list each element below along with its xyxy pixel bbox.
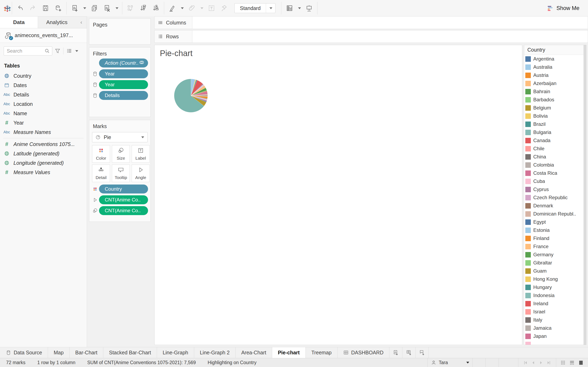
- search-box[interactable]: [4, 47, 52, 55]
- redo-button[interactable]: [28, 4, 37, 13]
- field-row[interactable]: Latitude (generated): [0, 149, 87, 158]
- field-row[interactable]: #Measure Values: [0, 167, 87, 177]
- collapse-pane-icon[interactable]: ‹: [76, 17, 87, 28]
- highlight-caret[interactable]: [181, 7, 184, 9]
- show-mark-labels-button[interactable]: [207, 4, 216, 13]
- filmstrip-view-icon[interactable]: [569, 360, 575, 366]
- prev-page-icon[interactable]: [531, 360, 536, 365]
- legend-item[interactable]: Belgium: [524, 104, 584, 112]
- show-hide-cards-caret[interactable]: [298, 7, 301, 9]
- sheet-tab-stacked-bar-chart[interactable]: Stacked Bar-Chart: [103, 347, 157, 358]
- field-row[interactable]: #Anime Conventions 1075...: [0, 140, 87, 149]
- mark-type-dropdown[interactable]: Pie: [92, 132, 148, 142]
- last-page-icon[interactable]: [546, 360, 551, 365]
- legend-item[interactable]: Italy: [524, 316, 584, 324]
- legend-item[interactable]: Hong Kong: [524, 275, 584, 283]
- legend-item[interactable]: Ireland: [524, 300, 584, 308]
- legend-item[interactable]: China: [524, 153, 584, 161]
- clear-sheet-button[interactable]: [103, 4, 112, 13]
- duplicate-sheet-button[interactable]: [90, 4, 99, 13]
- new-worksheet-caret[interactable]: [83, 7, 86, 9]
- fit-caret[interactable]: [266, 3, 275, 13]
- filter-pill[interactable]: Year: [99, 80, 148, 89]
- legend-item[interactable]: Colombia: [524, 161, 584, 169]
- group-members-button[interactable]: [187, 4, 196, 13]
- legend-item[interactable]: Egypt: [524, 218, 584, 226]
- save-button[interactable]: [41, 4, 50, 13]
- rows-shelf-area[interactable]: [192, 30, 588, 43]
- legend-item[interactable]: Canada: [524, 136, 584, 145]
- tooltip-button[interactable]: Tooltip: [112, 165, 130, 182]
- field-row[interactable]: AbcDetails: [0, 90, 87, 99]
- legend-item[interactable]: Hungary: [524, 283, 584, 291]
- sheet-tab-map[interactable]: Map: [48, 347, 70, 358]
- new-dashboard-tab-button[interactable]: [402, 347, 415, 358]
- label-button[interactable]: Label: [132, 145, 150, 163]
- legend-item[interactable]: Denmark: [524, 202, 584, 210]
- legend-item[interactable]: Bahrain: [524, 87, 584, 96]
- columns-shelf-area[interactable]: [192, 16, 588, 29]
- sheet-tab-line-graph[interactable]: Line-Graph: [157, 347, 194, 358]
- show-me-button[interactable]: Show Me: [547, 5, 585, 11]
- legend-item[interactable]: Bulgaria: [524, 128, 584, 136]
- highlight-button[interactable]: [168, 4, 177, 13]
- grid-view-icon[interactable]: [560, 360, 566, 366]
- sort-ascending-button[interactable]: [139, 4, 148, 13]
- filter-fields-icon[interactable]: [55, 48, 61, 54]
- view-options-icon[interactable]: [66, 48, 72, 54]
- search-input[interactable]: [7, 48, 44, 54]
- legend-item[interactable]: Barbados: [524, 96, 584, 104]
- field-row[interactable]: AbcName: [0, 109, 87, 118]
- filter-pill[interactable]: Action (Countr..: [99, 58, 148, 67]
- new-worksheet-tab-button[interactable]: [389, 347, 402, 358]
- legend-item[interactable]: Chile: [524, 145, 584, 153]
- user-menu[interactable]: Tara: [428, 358, 472, 367]
- pie-chart[interactable]: [174, 78, 208, 113]
- group-members-caret[interactable]: [200, 7, 203, 9]
- field-row[interactable]: AbcMeasure Names: [0, 127, 87, 137]
- legend-item-partial[interactable]: [524, 340, 584, 345]
- field-row[interactable]: Country: [0, 71, 87, 81]
- undo-button[interactable]: [16, 4, 25, 13]
- mark-pill[interactable]: Country: [99, 184, 148, 193]
- filter-pill[interactable]: Details: [99, 91, 148, 100]
- legend-item[interactable]: Costa Rica: [524, 169, 584, 177]
- legend-item[interactable]: Brazil: [524, 120, 584, 128]
- sheet-tab-bar-chart[interactable]: Bar-Chart: [70, 347, 103, 358]
- sheet-tab-line-graph-2[interactable]: Line-Graph 2: [194, 347, 236, 358]
- mark-pill[interactable]: CNT(Anime Co..: [99, 206, 148, 215]
- tab-data[interactable]: Data: [0, 17, 38, 28]
- single-view-icon[interactable]: [578, 360, 584, 366]
- legend-item[interactable]: Jamaica: [524, 324, 584, 332]
- legend-item[interactable]: France: [524, 242, 584, 250]
- sheet-tab-dashboard[interactable]: DASHBOARD: [337, 347, 389, 358]
- field-row[interactable]: Dates: [0, 81, 87, 90]
- size-button[interactable]: Size: [112, 145, 130, 163]
- legend-item[interactable]: Guam: [524, 267, 584, 275]
- presentation-mode-button[interactable]: [305, 4, 314, 13]
- legend-item[interactable]: Austria: [524, 71, 584, 79]
- next-page-icon[interactable]: [539, 360, 544, 365]
- angle-button[interactable]: Angle: [132, 165, 150, 182]
- field-row[interactable]: #Year: [0, 118, 87, 127]
- fix-axes-button[interactable]: [220, 4, 229, 13]
- datasource-row[interactable]: ✓ animecons_events_197...: [0, 28, 87, 43]
- first-page-icon[interactable]: [523, 360, 528, 365]
- sheet-tab-pie-chart[interactable]: Pie-chart: [272, 347, 306, 358]
- legend-item[interactable]: Dominican Republ..: [524, 210, 584, 218]
- filter-pill[interactable]: Year: [99, 69, 148, 78]
- new-worksheet-button[interactable]: [70, 4, 79, 13]
- legend-item[interactable]: Azerbaijan: [524, 79, 584, 87]
- sheet-tab-data-source[interactable]: Data Source: [0, 347, 48, 358]
- view-options-caret[interactable]: [75, 50, 78, 52]
- legend-item[interactable]: Finland: [524, 234, 584, 242]
- legend-item[interactable]: Cuba: [524, 177, 584, 185]
- legend-item[interactable]: Cyprus: [524, 185, 584, 193]
- color-button[interactable]: Color: [92, 145, 110, 163]
- legend-item[interactable]: Germany: [524, 250, 584, 259]
- legend-item[interactable]: Bolivia: [524, 112, 584, 120]
- sheet-tab-treemap[interactable]: Treemap: [306, 347, 337, 358]
- new-data-source-button[interactable]: [54, 4, 63, 13]
- legend-item[interactable]: Japan: [524, 332, 584, 340]
- sheet-tab-area-chart[interactable]: Area-Chart: [236, 347, 272, 358]
